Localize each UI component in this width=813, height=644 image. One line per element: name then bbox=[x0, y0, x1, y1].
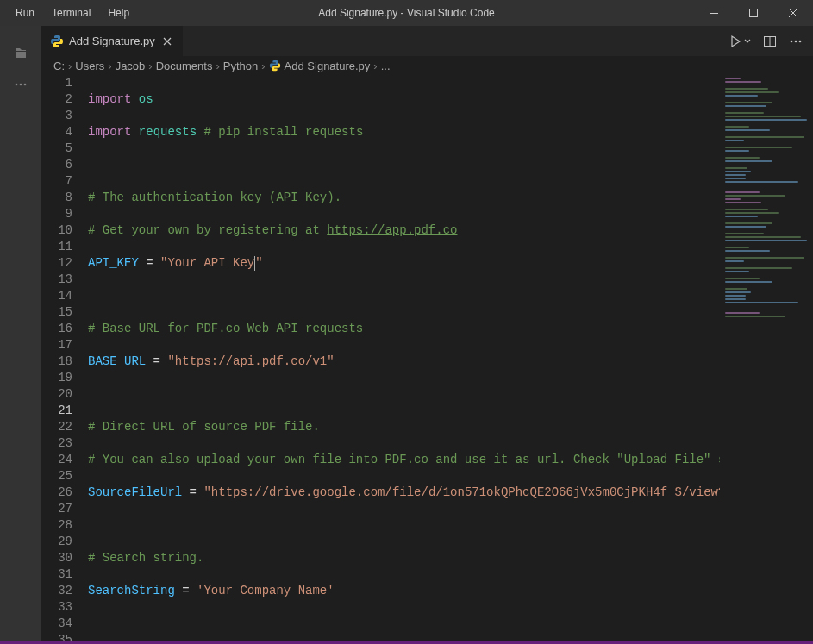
code-content[interactable]: import os import requests # pip install … bbox=[88, 75, 720, 644]
svg-point-9 bbox=[799, 40, 802, 42]
svg-point-3 bbox=[20, 84, 22, 86]
titlebar: Run Terminal Help Add Signature.py - Vis… bbox=[0, 0, 813, 26]
menu-help[interactable]: Help bbox=[101, 3, 136, 22]
line-numbers: 1234567891011121314151617181920212223242… bbox=[41, 75, 88, 644]
minimize-button[interactable] bbox=[694, 0, 734, 26]
crumb-file[interactable]: Add Signature.py bbox=[269, 59, 371, 72]
python-file-icon bbox=[269, 59, 281, 72]
editor-actions bbox=[729, 34, 813, 48]
crumb-tail[interactable]: ... bbox=[381, 59, 391, 72]
activitybar bbox=[0, 26, 41, 644]
svg-point-8 bbox=[795, 40, 797, 42]
tab-add-signature[interactable]: Add Signature.py bbox=[41, 26, 184, 56]
more-icon[interactable] bbox=[0, 74, 41, 95]
editor[interactable]: 1234567891011121314151617181920212223242… bbox=[41, 75, 813, 644]
close-button[interactable] bbox=[773, 0, 813, 26]
crumb-python[interactable]: Python bbox=[223, 59, 258, 72]
tabbar: Add Signature.py bbox=[41, 26, 813, 56]
breadcrumbs[interactable]: C:› Users› Jacob› Documents› Python› Add… bbox=[41, 56, 813, 75]
crumb-documents[interactable]: Documents bbox=[156, 59, 213, 72]
split-editor-button[interactable] bbox=[763, 34, 777, 48]
svg-rect-1 bbox=[750, 9, 758, 17]
maximize-button[interactable] bbox=[734, 0, 773, 26]
python-file-icon bbox=[50, 34, 64, 48]
window-title: Add Signature.py - Visual Studio Code bbox=[318, 7, 495, 19]
svg-rect-0 bbox=[710, 13, 718, 14]
crumb-jacob[interactable]: Jacob bbox=[116, 59, 146, 72]
menu-run[interactable]: Run bbox=[9, 3, 41, 22]
run-button[interactable] bbox=[729, 34, 751, 48]
svg-point-2 bbox=[16, 84, 18, 86]
svg-point-7 bbox=[791, 40, 793, 42]
explorer-collapsed-icon[interactable] bbox=[0, 33, 41, 74]
menu-terminal[interactable]: Terminal bbox=[45, 3, 97, 22]
svg-point-4 bbox=[24, 84, 27, 86]
tab-close-icon[interactable] bbox=[160, 34, 174, 48]
minimap[interactable] bbox=[720, 75, 813, 644]
more-actions-button[interactable] bbox=[789, 34, 803, 48]
menubar: Run Terminal Help bbox=[9, 3, 136, 22]
crumb-drive[interactable]: C: bbox=[53, 59, 65, 72]
tab-label: Add Signature.py bbox=[69, 34, 155, 47]
crumb-users[interactable]: Users bbox=[75, 59, 104, 72]
window-controls bbox=[694, 0, 813, 26]
